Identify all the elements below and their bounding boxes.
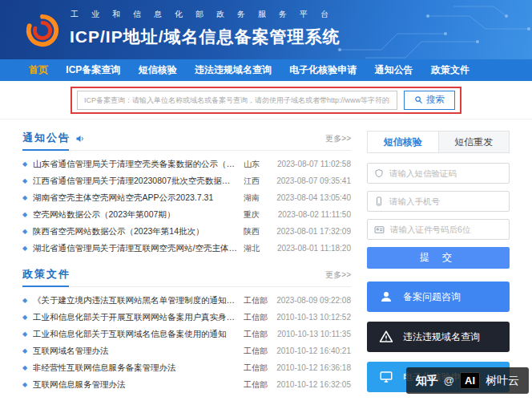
phone-input[interactable] <box>389 196 502 206</box>
notices-title: 通知公告 <box>22 131 71 150</box>
notice-region: 湖北 <box>244 243 271 254</box>
notice-date: 2023-08-07 11:02:58 <box>271 160 351 168</box>
left-column: 通知公告 更多>> ◆ 山东省通信管理局关于清理空壳类备案数据的公示（20232… <box>22 131 351 393</box>
notice-row: ◆ 湖南省空壳主体空壳网站空壳APP公示2023.7.31 湖南 2023-08… <box>22 189 351 206</box>
policy-title-link[interactable]: 互联网信息服务管理办法 <box>33 379 244 391</box>
policies-title: 政策文件 <box>22 267 71 286</box>
search-bar-strip: 搜索 <box>0 81 532 119</box>
policy-row: ◆ 互联网信息服务管理办法 工信部 2010-10-12 16:32:05 <box>22 376 351 393</box>
right-column: 短信核验 短信重发 <box>367 131 510 393</box>
id-number-field <box>367 219 510 240</box>
notice-row: ◆ 空壳网站数据公示（2023年第007期） 重庆 2023-08-02 11:… <box>22 206 351 223</box>
header: 工业和信息化部政务服务平台 ICP/IP地址/域名信息备案管理系统 <box>0 0 532 59</box>
icp-search-input[interactable] <box>77 91 397 110</box>
notice-title-link[interactable]: 陕西省空壳网站数据公示（2023年第14批次） <box>33 226 244 237</box>
notice-row: ◆ 山东省通信管理局关于清理空壳类备案数据的公示（202326批次） 山东 20… <box>22 156 351 172</box>
notice-list: ◆ 山东省通信管理局关于清理空壳类备案数据的公示（202326批次） 山东 20… <box>22 151 351 257</box>
diamond-bullet-icon: ◆ <box>22 381 33 388</box>
platform-title: 工业和信息化部政务服务平台 <box>71 9 341 20</box>
notice-title-link[interactable]: 湖南省空壳主体空壳网站空壳APP公示2023.7.31 <box>33 192 244 204</box>
search-button[interactable]: 搜索 <box>404 91 455 110</box>
policy-date: 2010-10-12 16:40:21 <box>271 346 351 355</box>
policy-source: 工信部 <box>244 295 271 306</box>
notice-date: 2023-08-02 11:11:50 <box>271 210 351 219</box>
policy-row: ◆ 《关于建立境内违法互联网站黑名单管理制度的通知》（工信部联... 工信部 2… <box>22 292 351 309</box>
tab-sms-verify[interactable]: 短信核验 <box>368 132 438 152</box>
nav-item[interactable]: 违法违规域名查询 <box>195 63 272 77</box>
nav-item[interactable]: 通知公告 <box>375 63 413 77</box>
policy-source: 工信部 <box>244 379 271 391</box>
submit-button[interactable]: 提 交 <box>367 247 510 269</box>
notice-title-link[interactable]: 江西省通信管理局关于清理20230807批次空壳数据公示 <box>33 176 244 187</box>
policy-date: 2010-10-12 16:32:05 <box>271 380 351 389</box>
policies-section-header: 政策文件 更多>> <box>22 267 351 287</box>
phone-field <box>367 191 510 212</box>
speaker-icon <box>75 134 85 144</box>
notice-region: 山东 <box>244 159 271 170</box>
diamond-bullet-icon: ◆ <box>22 347 33 354</box>
diamond-bullet-icon: ◆ <box>22 314 33 321</box>
sms-verify-form: 提 交 <box>367 153 510 269</box>
main-content: 通知公告 更多>> ◆ 山东省通信管理局关于清理空壳类备案数据的公示（20232… <box>0 119 532 393</box>
notice-title-link[interactable]: 山东省通信管理局关于清理空壳类备案数据的公示（202326批次） <box>33 159 244 170</box>
policy-title-link[interactable]: 《关于建立境内违法互联网站黑名单管理制度的通知》（工信部联... <box>33 295 244 306</box>
notices-section: 通知公告 更多>> ◆ 山东省通信管理局关于清理空壳类备案数据的公示（20232… <box>22 131 351 257</box>
diamond-bullet-icon: ◆ <box>22 245 33 252</box>
nav-item[interactable]: 政策文件 <box>431 63 470 77</box>
monitor-icon <box>379 370 393 384</box>
notice-row: ◆ 陕西省空壳网站数据公示（2023年第14批次） 陕西 2023-08-01 … <box>22 223 351 240</box>
notices-more-link[interactable]: 更多>> <box>325 133 351 148</box>
policy-date: 2023-08-09 09:22:08 <box>271 296 351 305</box>
policy-date: 2010-10-13 10:11:35 <box>271 330 351 338</box>
diamond-bullet-icon: ◆ <box>22 160 33 168</box>
policy-source: 工信部 <box>244 363 271 374</box>
notice-region: 湖南 <box>244 192 271 204</box>
nav-item[interactable]: 短信核验 <box>139 63 177 77</box>
search-button-label: 搜索 <box>426 94 445 106</box>
sms-code-field <box>367 163 510 184</box>
diamond-bullet-icon: ◆ <box>22 364 33 371</box>
diamond-bullet-icon: ◆ <box>22 211 33 218</box>
quick-link-label: 违法违规域名查询 <box>403 330 480 344</box>
notice-row: ◆ 湖北省通信管理局关于清理互联网空壳网站/空壳主体的公示 湖北 2023-08… <box>22 240 351 257</box>
watermark-at: @ <box>444 375 454 387</box>
policy-title-link[interactable]: 互联网域名管理办法 <box>33 346 244 357</box>
nav-item[interactable]: ICP备案查询 <box>66 63 120 77</box>
nav-item[interactable]: 首页 <box>29 63 48 77</box>
notice-region: 江西 <box>244 176 271 187</box>
tab-sms-resend[interactable]: 短信重发 <box>438 132 510 152</box>
id-card-icon <box>374 225 385 235</box>
policy-row: ◆ 非经营性互联网信息服务备案管理办法 工信部 2010-10-12 16:36… <box>22 359 351 376</box>
diamond-bullet-icon: ◆ <box>22 177 33 184</box>
policies-section: 政策文件 更多>> ◆ 《关于建立境内违法互联网站黑名单管理制度的通知》（工信部… <box>22 267 351 393</box>
diamond-bullet-icon: ◆ <box>22 297 33 304</box>
notice-date: 2023-08-07 09:35:41 <box>271 176 351 185</box>
policy-date: 2010-10-13 10:12:52 <box>271 313 351 322</box>
policies-more-link[interactable]: 更多>> <box>325 269 351 285</box>
nav-item[interactable]: 电子化核验申请 <box>289 63 357 77</box>
policy-source: 工信部 <box>244 329 271 340</box>
policy-title-link[interactable]: 工业和信息化部关于开展互联网网站备案用户真实身份信息电... <box>33 312 244 323</box>
notice-title-link[interactable]: 湖北省通信管理局关于清理互联网空壳网站/空壳主体的公示 <box>33 243 244 254</box>
policy-date: 2010-10-12 16:36:18 <box>271 363 351 372</box>
customer-service-icon <box>379 290 393 304</box>
zhihu-watermark: 知乎 @ AI 树叶云 <box>406 367 529 394</box>
policy-source: 工信部 <box>244 312 271 323</box>
id-number-input[interactable] <box>390 225 502 234</box>
policy-row: ◆ 互联网域名管理办法 工信部 2010-10-12 16:40:21 <box>22 342 351 359</box>
quick-link-filing-consult[interactable]: 备案问题咨询 <box>367 282 510 312</box>
policy-title-link[interactable]: 非经营性互联网信息服务备案管理办法 <box>33 363 244 374</box>
notice-date: 2023-08-04 13:05:40 <box>271 193 351 202</box>
diamond-bullet-icon: ◆ <box>22 228 33 235</box>
notices-section-header: 通知公告 更多>> <box>22 131 351 151</box>
sms-code-input[interactable] <box>389 168 502 178</box>
notice-date: 2023-08-01 11:18:20 <box>271 244 351 253</box>
policy-row: ◆ 工业和信息化部关于互联网域名信息备案使用的通知 工信部 2010-10-13… <box>22 326 351 342</box>
notice-title-link[interactable]: 空壳网站数据公示（2023年第007期） <box>33 209 244 221</box>
quick-link-illegal-domain[interactable]: 违法违规域名查询 <box>367 322 510 352</box>
main-nav: 首页 ICP备案查询 短信核验 违法违规域名查询 电子化核验申请 通知公告 政策… <box>0 59 532 81</box>
shield-icon <box>374 168 384 178</box>
notice-date: 2023-08-01 17:32:09 <box>271 227 351 236</box>
policy-title-link[interactable]: 工业和信息化部关于互联网域名信息备案使用的通知 <box>33 329 244 340</box>
circuit-decoration <box>332 0 532 59</box>
